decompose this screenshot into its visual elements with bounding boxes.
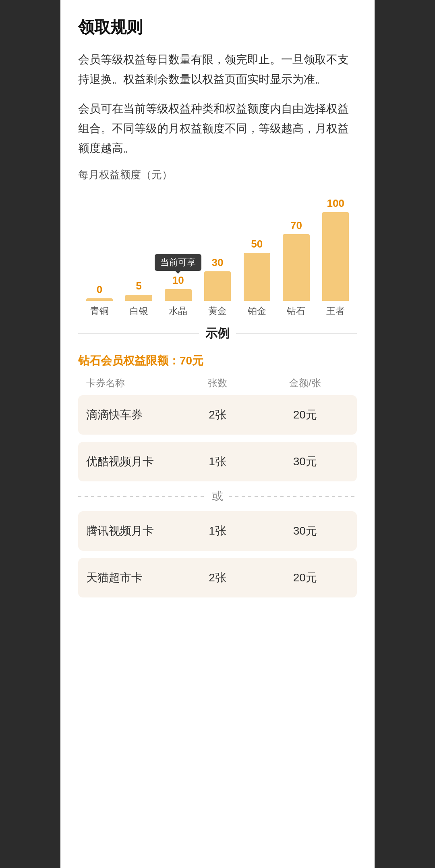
bar-label-platinum: 铂金: [248, 305, 266, 317]
bar-value-diamond: 70: [290, 219, 302, 232]
col-header-name: 卡券名称: [86, 377, 174, 389]
bar-group-silver: 5白银: [119, 280, 159, 317]
bar-group-crystal: 当前可享10水晶: [158, 274, 198, 317]
table-cell-qty: 2张: [174, 407, 261, 423]
bar-value-platinum: 50: [251, 238, 263, 250]
table-cell-name: 滴滴快车券: [86, 407, 174, 423]
bar-label-gold: 黄金: [208, 305, 227, 317]
bar-label-silver: 白银: [130, 305, 148, 317]
bar-value-silver: 5: [136, 280, 141, 292]
col-header-qty: 张数: [174, 377, 261, 389]
example-divider: 示例: [78, 325, 357, 342]
table-header: 卡券名称 张数 金额/张: [78, 377, 357, 389]
bar-group-bronze: 0青铜: [80, 283, 119, 317]
table-cell-qty: 1张: [174, 454, 261, 469]
bar-group-gold: 30黄金: [198, 256, 237, 317]
group2-rows: 腾讯视频月卡1张30元天猫超市卡2张20元: [78, 511, 357, 597]
bar-label-bronze: 青铜: [90, 305, 109, 317]
bar-rect-bronze: [86, 298, 113, 301]
table-cell-qty: 2张: [174, 570, 261, 585]
bar-rect-platinum: [244, 253, 270, 301]
example-limit-value: 70元: [180, 354, 203, 367]
bar-chart: 0青铜5白银当前可享10水晶30黄金50铂金70钻石100王者: [78, 196, 357, 317]
divider-line-right: [236, 333, 357, 334]
bar-label-king: 王者: [326, 305, 345, 317]
table-cell-name: 腾讯视频月卡: [86, 523, 174, 539]
table-cell-amount: 30元: [261, 454, 349, 469]
table-row: 天猫超市卡2张20元: [78, 558, 357, 597]
bar-group-platinum: 50铂金: [237, 238, 277, 317]
desc-1: 会员等级权益每日数量有限，领完即止。一旦领取不支持退换。权益剩余数量以权益页面实…: [78, 50, 357, 89]
table-cell-name: 天猫超市卡: [86, 570, 174, 585]
table-cell-name: 优酷视频月卡: [86, 454, 174, 469]
tooltip-crystal: 当前可享: [155, 254, 201, 271]
bar-rect-king: [322, 212, 349, 301]
desc-2: 会员可在当前等级权益种类和权益额度内自由选择权益组合。不同等级的月权益额度不同，…: [78, 99, 357, 158]
table-cell-qty: 1张: [174, 523, 261, 539]
bar-value-bronze: 0: [97, 283, 102, 296]
col-header-amount: 金额/张: [261, 377, 349, 389]
bar-label-crystal: 水晶: [169, 305, 187, 317]
or-line-right: [229, 496, 357, 497]
table-cell-amount: 20元: [261, 570, 349, 585]
bar-value-gold: 30: [212, 256, 224, 269]
bar-rect-diamond: [283, 234, 309, 301]
table-row: 滴滴快车券2张20元: [78, 395, 357, 435]
page-title: 领取规则: [78, 16, 357, 38]
or-line-left: [78, 496, 206, 497]
example-limit-label: 钻石会员权益限额：: [78, 354, 180, 367]
main-card: 领取规则 会员等级权益每日数量有限，领完即止。一旦领取不支持退换。权益剩余数量以…: [60, 0, 375, 868]
divider-line-left: [78, 333, 199, 334]
table-row: 腾讯视频月卡1张30元: [78, 511, 357, 551]
bar-group-diamond: 70钻石: [277, 219, 316, 317]
chart-title: 每月权益额度（元）: [78, 168, 357, 182]
example-label: 示例: [205, 325, 230, 342]
bar-label-diamond: 钻石: [287, 305, 305, 317]
or-label: 或: [212, 489, 223, 504]
table-cell-amount: 30元: [261, 523, 349, 539]
example-limit: 钻石会员权益限额：70元: [78, 353, 357, 368]
table-row: 优酷视频月卡1张30元: [78, 442, 357, 481]
table-cell-amount: 20元: [261, 407, 349, 423]
bar-value-king: 100: [327, 197, 344, 210]
bar-rect-gold: [204, 271, 231, 301]
bar-group-king: 100王者: [316, 197, 355, 317]
group1-rows: 滴滴快车券2张20元优酷视频月卡1张30元: [78, 395, 357, 481]
or-divider: 或: [78, 489, 357, 504]
bar-rect-silver: [125, 295, 152, 301]
bar-rect-crystal: [165, 289, 191, 301]
